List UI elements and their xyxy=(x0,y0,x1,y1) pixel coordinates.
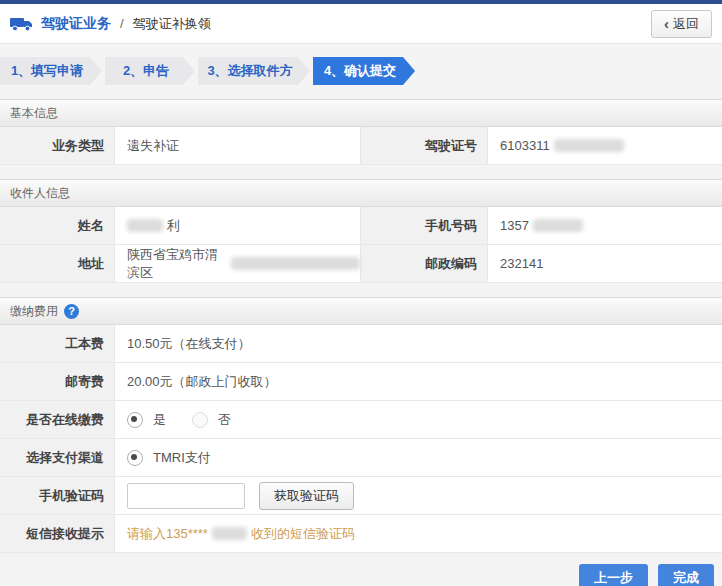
sms-code-controls: 获取验证码 xyxy=(115,477,722,514)
mailing-fee-value: 20.00元（邮政上门收取） xyxy=(115,363,722,400)
back-button[interactable]: ‹ 返回 xyxy=(651,10,712,38)
mailing-fee-label: 邮寄费 xyxy=(0,363,115,400)
production-fee-label: 工本费 xyxy=(0,325,115,362)
license-no-value: 6103311 xyxy=(488,127,722,164)
postcode-label: 邮政编码 xyxy=(360,245,488,282)
radio-pay-online-yes[interactable] xyxy=(127,412,143,428)
license-no-visible-digits: 6103311 xyxy=(500,138,550,153)
payment-channel-label: 选择支付渠道 xyxy=(0,439,115,476)
step-tabs: 1、填写申请信息 2、申告 3、选择取件方式 4、确认提交 xyxy=(0,57,722,85)
name-label: 姓名 xyxy=(0,207,115,244)
phone-redacted xyxy=(533,219,583,232)
license-no-redacted xyxy=(554,139,624,152)
get-code-button[interactable]: 获取验证码 xyxy=(259,482,354,510)
table-row-pay-online: 是否在线缴费 是 否 xyxy=(0,401,722,439)
sms-hint-suffix: 收到的短信验证码 xyxy=(251,525,355,543)
payment-channel-options: TMRI支付 xyxy=(115,439,722,476)
tab-step-3[interactable]: 3、选择取件方式 xyxy=(198,57,310,85)
sms-hint-redacted xyxy=(212,527,247,540)
postcode-value: 232141 xyxy=(488,245,722,282)
section-header-fees: 缴纳费用 ? xyxy=(0,297,722,325)
page: 驾驶证业务 / 驾驶证补换领 ‹ 返回 1、填写申请信息 2、申告 3、选择取件… xyxy=(0,0,722,586)
name-visible-suffix: 利 xyxy=(167,217,180,235)
radio-pay-online-no-label[interactable]: 否 xyxy=(218,411,231,429)
radio-pay-online-no[interactable] xyxy=(192,412,208,428)
address-redacted xyxy=(231,257,360,270)
sms-hint-value: 请输入135**** 收到的短信验证码 xyxy=(115,515,722,552)
help-icon[interactable]: ? xyxy=(64,304,79,319)
table-row-address-postcode: 地址 陕西省宝鸡市渭滨区 邮政编码 232141 xyxy=(0,245,722,283)
table-row-mailing-fee: 邮寄费 20.00元（邮政上门收取） xyxy=(0,363,722,401)
table-row-payment-channel: 选择支付渠道 TMRI支付 xyxy=(0,439,722,477)
section-title-recipient: 收件人信息 xyxy=(10,185,70,202)
radio-tmri-pay[interactable] xyxy=(127,450,143,466)
business-type-value: 遗失补证 xyxy=(115,127,360,164)
address-value: 陕西省宝鸡市渭滨区 xyxy=(115,245,360,282)
breadcrumb-secondary: 驾驶证补换领 xyxy=(133,15,211,33)
sms-hint-prefix: 请输入135**** xyxy=(127,525,208,543)
truck-icon xyxy=(10,16,34,32)
license-no-label: 驾驶证号 xyxy=(360,127,488,164)
radio-pay-online-yes-label[interactable]: 是 xyxy=(153,411,166,429)
table-row-sms-hint: 短信接收提示 请输入135**** 收到的短信验证码 xyxy=(0,515,722,553)
business-type-label: 业务类型 xyxy=(0,127,115,164)
section-title-fees: 缴纳费用 xyxy=(10,303,58,320)
section-title-basic: 基本信息 xyxy=(10,105,58,122)
finish-button[interactable]: 完成 xyxy=(658,564,714,586)
phone-value: 1357 xyxy=(488,207,722,244)
phone-label: 手机号码 xyxy=(360,207,488,244)
table-row-name-phone: 姓名 利 手机号码 1357 xyxy=(0,207,722,245)
table-row-sms-code: 手机验证码 获取验证码 xyxy=(0,477,722,515)
sms-code-input[interactable] xyxy=(127,483,245,509)
name-redacted xyxy=(127,219,163,232)
table-row-business-type: 业务类型 遗失补证 驾驶证号 6103311 xyxy=(0,127,722,165)
header: 驾驶证业务 / 驾驶证补换领 ‹ 返回 xyxy=(0,4,722,44)
address-label: 地址 xyxy=(0,245,115,282)
table-row-production-fee: 工本费 10.50元（在线支付） xyxy=(0,325,722,363)
section-header-recipient-info: 收件人信息 xyxy=(0,179,722,207)
phone-visible-digits: 1357 xyxy=(500,218,529,233)
breadcrumb: 驾驶证业务 / 驾驶证补换领 xyxy=(10,15,211,33)
pay-online-options: 是 否 xyxy=(115,401,722,438)
sms-code-label: 手机验证码 xyxy=(0,477,115,514)
back-chevron-icon: ‹ xyxy=(664,16,669,31)
tab-step-4-active[interactable]: 4、确认提交 xyxy=(313,57,415,85)
production-fee-value: 10.50元（在线支付） xyxy=(115,325,722,362)
radio-tmri-pay-label[interactable]: TMRI支付 xyxy=(153,449,211,467)
previous-step-button[interactable]: 上一步 xyxy=(579,564,648,586)
section-header-basic-info: 基本信息 xyxy=(0,99,722,127)
back-button-label: 返回 xyxy=(673,15,699,33)
address-visible-text: 陕西省宝鸡市渭滨区 xyxy=(127,246,227,282)
sms-hint-label: 短信接收提示 xyxy=(0,515,115,552)
name-value: 利 xyxy=(115,207,360,244)
breadcrumb-separator: / xyxy=(120,16,124,31)
breadcrumb-primary[interactable]: 驾驶证业务 xyxy=(41,15,111,33)
tab-step-2[interactable]: 2、申告 xyxy=(105,57,195,85)
footer-actions: 上一步 完成 xyxy=(0,553,722,586)
tab-step-1[interactable]: 1、填写申请信息 xyxy=(0,57,102,85)
pay-online-label: 是否在线缴费 xyxy=(0,401,115,438)
